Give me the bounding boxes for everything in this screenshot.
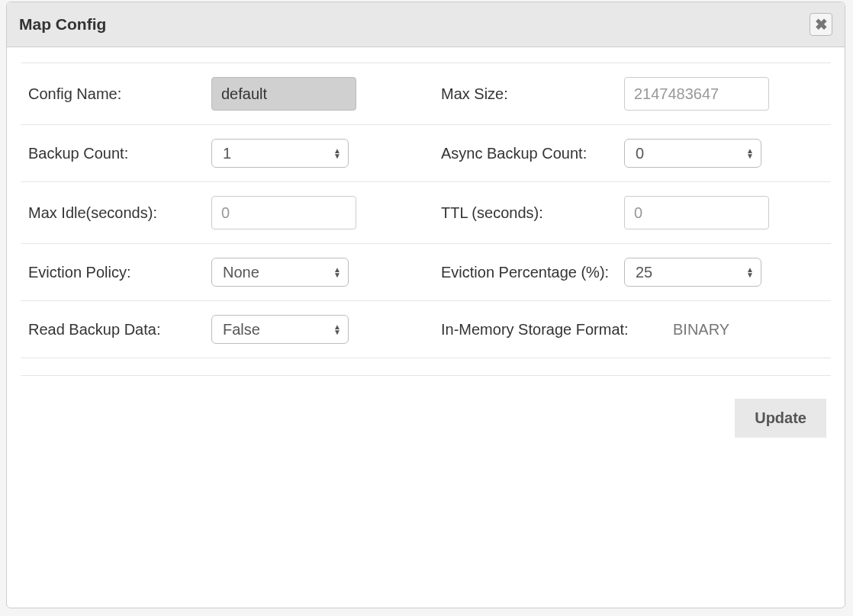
max-idle-label: Max Idle(seconds): [21, 204, 211, 222]
ttl-input[interactable] [624, 196, 769, 229]
form-row: Eviction Policy: None ▲▼ Eviction Percen… [21, 244, 831, 301]
select-wrap: None ▲▼ [211, 258, 349, 287]
in-memory-format-value: BINARY [670, 321, 729, 338]
select-wrap: 1 ▲▼ [211, 139, 349, 168]
close-button[interactable]: ✖ [810, 13, 832, 36]
dialog-footer: Update [21, 375, 831, 438]
form-col: Config Name: [21, 77, 426, 111]
control-wrap: None ▲▼ [211, 258, 418, 287]
control-wrap [624, 77, 831, 111]
max-idle-input[interactable] [211, 196, 356, 229]
form-col: Max Size: [426, 77, 831, 111]
config-name-label: Config Name: [21, 85, 211, 103]
async-backup-count-label: Async Backup Count: [433, 145, 624, 162]
control-wrap: False ▲▼ [211, 315, 418, 344]
in-memory-format-label: In-Memory Storage Format: [433, 321, 670, 338]
form-row: Read Backup Data: False ▲▼ In-Memory Sto… [21, 301, 831, 358]
eviction-policy-label: Eviction Policy: [21, 264, 211, 281]
map-config-dialog: Map Config ✖ Config Name: Max Size: [6, 2, 845, 608]
form-col: TTL (seconds): [426, 196, 831, 229]
async-backup-count-select[interactable]: 0 [624, 139, 761, 168]
dialog-body: Config Name: Max Size: Backup Count: [7, 47, 845, 453]
control-wrap: 25 ▲▼ [624, 258, 831, 287]
form-col: Read Backup Data: False ▲▼ [21, 315, 426, 344]
max-size-label: Max Size: [433, 85, 624, 103]
max-size-input[interactable] [624, 77, 769, 111]
eviction-percentage-label: Eviction Percentage (%): [433, 264, 624, 281]
backup-count-label: Backup Count: [21, 145, 211, 162]
eviction-percentage-select[interactable]: 25 [624, 258, 761, 287]
form-row: Config Name: Max Size: [21, 63, 831, 125]
close-icon: ✖ [815, 15, 828, 34]
form-col: In-Memory Storage Format: BINARY [426, 321, 831, 338]
update-button[interactable]: Update [735, 399, 826, 438]
form-col: Eviction Policy: None ▲▼ [21, 258, 426, 287]
select-wrap: False ▲▼ [211, 315, 349, 344]
eviction-policy-select[interactable]: None [211, 258, 349, 287]
control-wrap [211, 77, 418, 111]
form-row: Max Idle(seconds): TTL (seconds): [21, 182, 831, 244]
control-wrap: 1 ▲▼ [211, 139, 418, 168]
dialog-header: Map Config ✖ [7, 2, 845, 47]
form-col: Backup Count: 1 ▲▼ [21, 139, 426, 168]
select-wrap: 0 ▲▼ [624, 139, 761, 168]
read-backup-data-label: Read Backup Data: [21, 321, 211, 338]
control-wrap [624, 196, 831, 229]
form-col: Eviction Percentage (%): 25 ▲▼ [426, 258, 831, 287]
form-row: Backup Count: 1 ▲▼ Async Backup Count: [21, 125, 831, 182]
control-wrap: 0 ▲▼ [624, 139, 831, 168]
backup-count-select[interactable]: 1 [211, 139, 349, 168]
config-name-input [211, 77, 356, 111]
control-wrap [211, 196, 418, 229]
form-col: Async Backup Count: 0 ▲▼ [426, 139, 831, 168]
dialog-title: Map Config [19, 15, 106, 34]
control-wrap: BINARY [670, 321, 831, 338]
form-col: Max Idle(seconds): [21, 196, 426, 229]
read-backup-data-select[interactable]: False [211, 315, 349, 344]
ttl-label: TTL (seconds): [433, 204, 624, 222]
select-wrap: 25 ▲▼ [624, 258, 761, 287]
